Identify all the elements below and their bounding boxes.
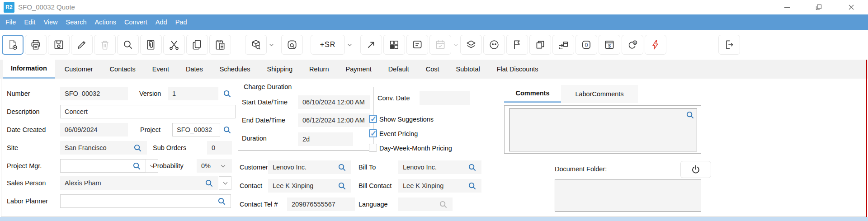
tab-labor-comments[interactable]: LaborComments [561, 85, 638, 103]
comments-textarea[interactable] [509, 108, 697, 151]
menu-pad[interactable]: Pad [171, 14, 191, 30]
zero-count-button[interactable]: 0 [576, 35, 597, 55]
edit-button[interactable] [71, 35, 93, 55]
toolbar: +SR [0, 30, 868, 60]
comments-lookup-icon[interactable] [686, 110, 695, 119]
billing-cycle-button[interactable]: $ [622, 35, 643, 55]
clipboard-paste-icon [214, 39, 226, 51]
contact-tel-field: 209876555567 [287, 197, 355, 211]
paste-button[interactable] [209, 35, 231, 55]
attach-copy-button[interactable] [140, 35, 162, 55]
project-mgr-lookup-icon[interactable] [132, 161, 142, 170]
project-field[interactable]: SFO_00032 [172, 123, 220, 136]
site-field: San Francisco [60, 141, 147, 155]
chevron-down-icon [269, 42, 274, 47]
item-search-dropdown[interactable] [268, 35, 274, 55]
chevron-down-icon [222, 180, 228, 186]
site-lookup-icon[interactable] [133, 143, 142, 152]
probability-dropdown[interactable]: 0% [197, 159, 232, 173]
item-search-button[interactable] [245, 35, 267, 55]
contact-face-button[interactable] [483, 35, 505, 55]
minimize-icon [783, 4, 791, 11]
print-icon [30, 39, 42, 51]
menu-add[interactable]: Add [151, 14, 171, 30]
tab-return[interactable]: Return [302, 60, 336, 79]
ship-button[interactable] [552, 35, 574, 55]
project-lookup-icon[interactable] [223, 125, 232, 134]
save-icon [53, 39, 65, 51]
add-sr-dropdown[interactable] [346, 35, 353, 55]
cut-button[interactable] [163, 35, 185, 55]
tab-customer[interactable]: Customer [57, 60, 100, 79]
menu-search[interactable]: Search [62, 14, 91, 30]
layers-button[interactable] [460, 35, 482, 55]
tab-flat-discounts[interactable]: Flat Discounts [490, 60, 546, 79]
labor-planner-field[interactable] [60, 194, 231, 208]
close-button[interactable] [844, 2, 859, 13]
exit-button[interactable] [718, 35, 740, 55]
expand-button[interactable] [360, 35, 382, 55]
tab-schedules[interactable]: Schedules [212, 60, 258, 79]
schedule-dropdown [453, 35, 459, 55]
day-week-month-pricing-label: Day-Week-Month Pricing [379, 145, 452, 152]
description-field[interactable]: Concert [60, 105, 236, 118]
notes-button[interactable] [406, 35, 428, 55]
search-button[interactable] [117, 35, 139, 55]
tab-payment[interactable]: Payment [339, 60, 379, 79]
version-label: Version [139, 90, 161, 97]
day-week-month-pricing-checkbox[interactable] [369, 144, 377, 152]
rush-button[interactable] [645, 35, 666, 55]
contact-lookup-icon[interactable] [338, 181, 347, 190]
version-lookup-icon[interactable] [223, 89, 232, 98]
tab-event[interactable]: Event [145, 60, 176, 79]
menu-actions[interactable]: Actions [91, 14, 121, 30]
bill-contact-lookup-icon[interactable] [468, 181, 477, 190]
document-folder-power-button[interactable] [680, 161, 711, 178]
edit-pencil-icon [76, 39, 88, 51]
show-suggestions-checkbox[interactable] [369, 115, 377, 123]
menu-edit[interactable]: Edit [20, 14, 39, 30]
save-button[interactable] [48, 35, 70, 55]
sales-person-dropdown[interactable] [219, 176, 231, 190]
add-sr-button[interactable]: +SR [311, 35, 345, 55]
tab-default[interactable]: Default [381, 60, 416, 79]
bill-to-field: Lenovo Inc. [398, 160, 481, 174]
sales-person-lookup-icon[interactable] [205, 179, 214, 188]
start-datetime-label: Start Date/Time [242, 99, 288, 106]
menu-file[interactable]: File [1, 14, 20, 30]
customer-label: Customer [240, 164, 268, 171]
lightning-icon [650, 39, 661, 51]
event-pricing-checkbox[interactable] [369, 129, 377, 137]
tab-information[interactable]: Information [3, 60, 55, 79]
copy-button[interactable] [186, 35, 208, 55]
menu-view[interactable]: View [39, 14, 61, 30]
project-mgr-field[interactable] [60, 159, 146, 173]
tab-comments[interactable]: Comments [504, 85, 561, 103]
menu-convert[interactable]: Convert [120, 14, 151, 30]
language-label: Language [359, 201, 388, 208]
conv-date-field [420, 91, 470, 105]
new-button[interactable] [2, 35, 24, 55]
tab-shipping[interactable]: Shipping [260, 60, 300, 79]
tab-subtotal[interactable]: Subtotal [449, 60, 487, 79]
tab-contacts[interactable]: Contacts [103, 60, 143, 79]
search-view-button[interactable] [281, 35, 303, 55]
tab-dates[interactable]: Dates [179, 60, 210, 79]
chevron-down-icon [347, 42, 352, 47]
customer-lookup-icon[interactable] [338, 163, 347, 172]
flag-button[interactable] [506, 35, 528, 55]
sub-orders-field: 0 [207, 141, 232, 155]
layout-grid-button[interactable] [383, 35, 405, 55]
bill-to-lookup-icon[interactable] [468, 163, 477, 172]
labor-planner-lookup-icon[interactable] [217, 197, 226, 206]
tab-cost[interactable]: Cost [419, 60, 447, 79]
print-button[interactable] [25, 35, 47, 55]
expand-arrow-icon [365, 39, 377, 51]
flag-icon [511, 39, 523, 51]
invoice-window-icon: $ [604, 39, 615, 51]
invoice-button[interactable]: $ [599, 35, 620, 55]
minimize-button[interactable] [779, 2, 795, 13]
restore-button[interactable] [811, 2, 826, 13]
rooms-button[interactable] [529, 35, 551, 55]
customer-field: Lenovo Inc. [268, 160, 351, 174]
